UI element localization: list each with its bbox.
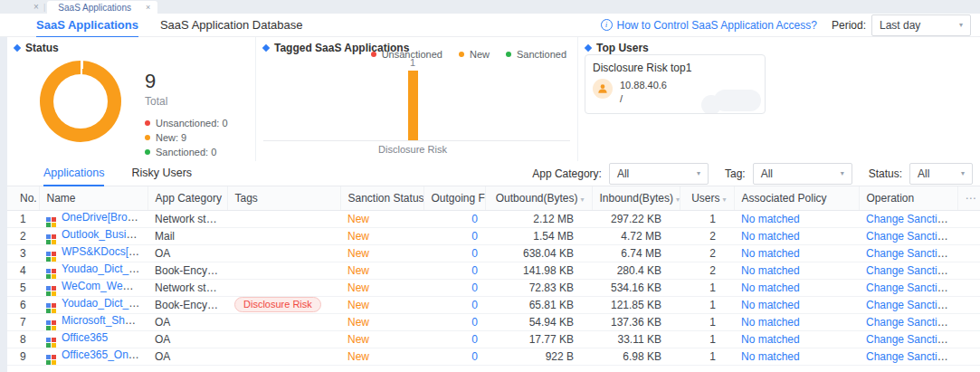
table-row: 2Outlook_Business[...MailNew01.54 MB4.72…	[7, 227, 980, 244]
cell-associated-policy: No matched	[734, 262, 859, 279]
app-name-link[interactable]: Office365	[62, 331, 108, 344]
tab-risky-users[interactable]: Risky Users	[131, 161, 192, 186]
cell-more	[957, 313, 980, 330]
associated-policy-link[interactable]: No matched	[741, 281, 800, 294]
app-name-link[interactable]: Office365_OneNote	[62, 348, 147, 361]
cell-outbound: 17.77 KB	[485, 330, 592, 348]
table-row: 4Youdao_Dict_FanyiBook-EncyclopediaNew01…	[7, 262, 980, 279]
outgoing-files-link[interactable]: 0	[471, 213, 478, 225]
window-tab[interactable]: SaaS Applications ×	[47, 1, 157, 14]
tab-applications[interactable]: Applications	[43, 161, 104, 186]
app-name-link[interactable]: WPS&KDocs[Brow...	[62, 245, 147, 258]
tagged-saas-applications-panel: Tagged SaaS Applications UnsanctionedNew…	[255, 37, 577, 161]
cell-sanction-status: New	[340, 330, 423, 348]
status-value: All	[918, 167, 929, 180]
outgoing-files-link[interactable]: 0	[471, 230, 478, 243]
legend-item: New	[459, 49, 490, 60]
x-axis-line	[263, 140, 570, 141]
cell-inbound: 6.74 MB	[592, 244, 680, 262]
change-sanction-status-link[interactable]: Change Sanction Status	[866, 247, 957, 260]
cell-no: 1	[7, 210, 39, 227]
tab-saas-application-database[interactable]: SaaS Application Database	[160, 14, 303, 37]
sort-icon[interactable]: ▾	[676, 196, 680, 204]
change-sanction-status-link[interactable]: Change Sanction Status	[866, 316, 957, 329]
app-name-link[interactable]: Outlook_Business[...	[62, 228, 147, 241]
outgoing-files-link[interactable]: 0	[471, 264, 478, 277]
cell-name: OneDrive[Browse]	[39, 210, 147, 227]
tag-value: All	[761, 167, 773, 180]
change-sanction-status-link[interactable]: Change Sanction Status	[866, 230, 957, 243]
cell-associated-policy: No matched	[734, 210, 859, 227]
window-tab-title: SaaS Applications	[58, 3, 131, 13]
chevron-down-icon: ▾	[959, 21, 963, 29]
close-icon[interactable]: ×	[146, 3, 150, 12]
diamond-bullet-icon	[585, 44, 592, 52]
col-inbound-bytes[interactable]: Inbound(Bytes)▾	[592, 186, 680, 210]
change-sanction-status-link[interactable]: Change Sanction Status	[866, 299, 957, 311]
cell-sanction-status: New	[340, 244, 423, 262]
close-icon[interactable]: ×	[31, 1, 42, 14]
col-users[interactable]: Users▾	[680, 186, 734, 210]
cell-operation: Change Sanction Status	[859, 262, 957, 279]
cell-outgoing-files: 0	[423, 313, 485, 330]
outgoing-files-link[interactable]: 0	[471, 333, 478, 346]
cell-tags	[227, 348, 340, 365]
window-tab-bar: × | SaaS Applications ×	[0, 0, 980, 14]
outgoing-files-link[interactable]: 0	[471, 299, 478, 311]
cell-tags: Disclosure Risk	[227, 296, 340, 313]
associated-policy-link[interactable]: No matched	[741, 264, 800, 277]
outgoing-files-link[interactable]: 0	[471, 316, 478, 329]
status-legend: Unsanctioned: 0New: 9Sanctioned: 0	[145, 116, 228, 159]
tag-select[interactable]: All ▾	[753, 163, 852, 185]
cell-sanction-status: New	[340, 296, 423, 313]
change-sanction-status-link[interactable]: Change Sanction Status	[866, 281, 957, 294]
tab-saas-applications[interactable]: SaaS Applications	[36, 14, 138, 37]
associated-policy-link[interactable]: No matched	[741, 316, 800, 329]
cell-no: 9	[7, 348, 39, 365]
cell-users: 1	[680, 210, 734, 227]
cell-outbound: 638.04 KB	[485, 244, 592, 262]
status-select[interactable]: All ▾	[909, 163, 973, 185]
status-total-value: 9	[145, 70, 228, 93]
outgoing-files-link[interactable]: 0	[471, 281, 478, 294]
status-panel: Status 9 Total Unsanctioned: 0New: 9Sanc…	[7, 37, 255, 161]
app-name-link[interactable]: Microsoft_SharePoi...	[62, 314, 147, 327]
associated-policy-link[interactable]: No matched	[741, 350, 800, 363]
cell-tags	[227, 227, 340, 244]
outgoing-files-link[interactable]: 0	[471, 247, 478, 260]
cell-users: 2	[680, 244, 734, 262]
associated-policy-link[interactable]: No matched	[741, 299, 800, 311]
column-settings-icon[interactable]: ⋯	[966, 192, 977, 205]
associated-policy-link[interactable]: No matched	[741, 333, 800, 346]
change-sanction-status-link[interactable]: Change Sanction Status	[866, 350, 957, 363]
change-sanction-status-link[interactable]: Change Sanction Status	[866, 264, 957, 277]
cell-no: 8	[7, 330, 39, 348]
app-name-link[interactable]: Youdao_Dict_Fanyi	[62, 262, 147, 275]
cell-operation: Change Sanction Status	[859, 296, 957, 313]
app-name-link[interactable]: WeCom_WeDrive&...	[62, 280, 147, 292]
associated-policy-link[interactable]: No matched	[741, 213, 800, 225]
app-icon	[46, 269, 56, 279]
sort-icon[interactable]: ▾	[722, 196, 726, 204]
outgoing-files-link[interactable]: 0	[471, 350, 478, 363]
associated-policy-link[interactable]: No matched	[741, 230, 800, 243]
cell-no: 5	[7, 279, 39, 296]
period-select[interactable]: Last day ▾	[871, 14, 971, 36]
col-outgoing-files[interactable]: Outgoing Files▾	[423, 186, 485, 210]
col-no: No.	[7, 186, 39, 210]
associated-policy-link[interactable]: No matched	[741, 247, 800, 260]
app-name-link[interactable]: Youdao_Dict_Fanyi[...	[62, 297, 147, 310]
status-donut-chart	[40, 61, 121, 142]
col-outbound-bytes[interactable]: Outbound(Bytes)▾	[485, 186, 592, 210]
sanction-status-text: New	[347, 350, 369, 363]
status-total-label: Total	[145, 95, 228, 108]
change-sanction-status-link[interactable]: Change Sanction Status	[866, 333, 957, 346]
user-icon	[593, 79, 613, 99]
app-name-link[interactable]: OneDrive[Browse]	[62, 211, 147, 224]
table-row: 7Microsoft_SharePoi...OANew054.94 KB137.…	[7, 313, 980, 330]
sort-icon[interactable]: ▾	[580, 196, 584, 204]
help-link[interactable]: How to Control SaaS Application Access?	[617, 19, 817, 32]
change-sanction-status-link[interactable]: Change Sanction Status	[866, 213, 957, 225]
app-category-select[interactable]: All ▾	[609, 163, 709, 185]
cell-users: 1	[680, 313, 734, 330]
